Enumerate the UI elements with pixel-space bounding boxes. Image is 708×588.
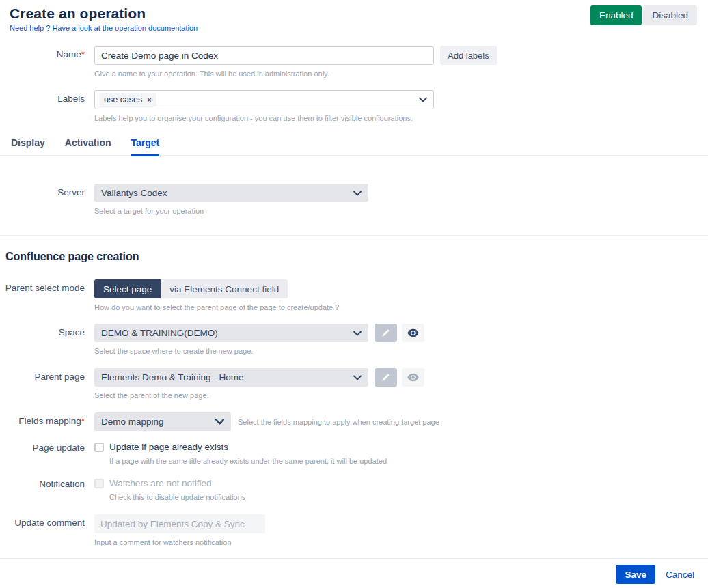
label-tag: use cases ×: [99, 93, 156, 107]
select-page-option[interactable]: Select page: [94, 279, 161, 298]
space-select[interactable]: DEMO & TRAINING(DEMO): [94, 324, 368, 342]
labels-row: Labels use cases × Labels help you to or…: [0, 90, 708, 122]
update-if-exists-checkbox-label[interactable]: Update if page already exists: [109, 442, 228, 452]
labels-multiselect[interactable]: use cases ×: [94, 90, 434, 109]
update-comment-row: Update comment Input a comment for watch…: [0, 514, 708, 546]
parent-page-helper-text: Select the parent of the new page.: [94, 391, 424, 400]
update-comment-label: Update comment: [0, 514, 94, 528]
labels-label: Labels: [0, 90, 94, 104]
edit-parent-page-button[interactable]: [375, 368, 397, 387]
space-select-value: DEMO & TRAINING(DEMO): [101, 328, 218, 338]
fields-mapping-helper-text: Select the fields mapping to apply when …: [238, 418, 439, 426]
server-label: Server: [0, 184, 94, 197]
name-helper-text: Give a name to your operation. This will…: [94, 70, 497, 78]
tab-activation[interactable]: Activation: [65, 137, 111, 156]
parent-select-mode-row: Parent select mode Select page via Eleme…: [0, 279, 708, 311]
server-helper-text: Select a target for your operation: [94, 207, 368, 215]
confluence-section-heading: Confluence page creation: [5, 251, 708, 263]
notification-row: Notification Watchers are not notified C…: [0, 478, 708, 501]
form-footer: Save Cancel: [0, 558, 708, 584]
chevron-down-icon: [215, 419, 224, 425]
watchers-not-notified-checkbox-label: Watchers are not notified: [109, 478, 212, 488]
labels-helper-text: Labels help you to organise your configu…: [94, 114, 434, 122]
server-select-value: Valiantys Codex: [101, 188, 167, 198]
space-helper-text: Select the space where to create the new…: [94, 347, 424, 355]
via-elements-connect-field-option[interactable]: via Elements Connect field: [161, 279, 288, 298]
name-label: Name*: [0, 46, 94, 59]
pencil-icon: [381, 372, 391, 382]
parent-select-mode-label: Parent select mode: [0, 279, 94, 293]
label-tag-text: use cases: [104, 95, 142, 104]
parent-page-label: Parent page: [0, 368, 94, 382]
enabled-button[interactable]: Enabled: [590, 5, 642, 25]
tab-target[interactable]: Target: [131, 137, 160, 156]
fields-mapping-row: Fields mapping* Demo mapping Select the …: [0, 412, 708, 431]
fields-mapping-select[interactable]: Demo mapping: [94, 412, 231, 431]
confluence-section: Parent select mode Select page via Eleme…: [0, 279, 708, 546]
parent-select-mode-segment: Select page via Elements Connect field: [94, 279, 339, 298]
target-tab-content: Server Valiantys Codex Select a target f…: [0, 184, 708, 215]
remove-tag-icon[interactable]: ×: [147, 96, 151, 104]
page-update-helper-text: If a page with the same title already ex…: [109, 457, 387, 465]
chevron-down-icon: [353, 331, 362, 336]
general-section: Name* Add labels Give a name to your ope…: [0, 46, 708, 122]
add-labels-button[interactable]: Add labels: [440, 46, 497, 65]
server-select[interactable]: Valiantys Codex: [94, 184, 368, 202]
tab-display[interactable]: Display: [11, 137, 45, 156]
cancel-link[interactable]: Cancel: [666, 570, 694, 580]
update-comment-helper-text: Input a comment for watchers notificatio…: [94, 538, 265, 546]
chevron-down-icon: [353, 191, 362, 196]
update-if-exists-checkbox[interactable]: [94, 443, 104, 452]
pencil-icon: [381, 328, 391, 338]
page-update-label: Page update: [0, 442, 94, 453]
disabled-button[interactable]: Disabled: [643, 5, 697, 25]
page-title: Create an operation: [10, 5, 198, 22]
chevron-down-icon: [419, 97, 427, 102]
view-parent-page-button[interactable]: [402, 368, 424, 387]
required-asterisk: *: [81, 416, 85, 426]
parent-page-select-value: Elements Demo & Training - Home: [101, 372, 244, 382]
eye-icon: [407, 328, 419, 337]
enabled-disabled-toggle: Enabled Disabled: [590, 5, 697, 25]
name-input[interactable]: [94, 46, 434, 65]
notification-label: Notification: [0, 478, 94, 489]
tab-bar: Display Activation Target: [0, 129, 708, 156]
view-space-button[interactable]: [402, 324, 424, 342]
save-button[interactable]: Save: [616, 565, 655, 584]
space-row: Space DEMO & TRAINING(DEMO) Select the s…: [0, 324, 708, 355]
parent-page-row: Parent page Elements Demo & Training - H…: [0, 368, 708, 400]
page-update-row: Page update Update if page already exist…: [0, 442, 708, 465]
notification-helper-text: Check this to disable update notificatio…: [109, 493, 245, 501]
edit-space-button[interactable]: [375, 324, 397, 342]
page-header: Create an operation Need help ? Have a l…: [0, 0, 708, 32]
operation-documentation-link[interactable]: Need help ? Have a look at the operation…: [10, 24, 198, 32]
parent-select-mode-helper-text: How do you want to select the parent pag…: [94, 303, 339, 311]
section-divider: [0, 235, 708, 236]
watchers-not-notified-checkbox: [94, 479, 104, 488]
server-row: Server Valiantys Codex Select a target f…: [0, 184, 708, 215]
fields-mapping-label: Fields mapping*: [0, 412, 94, 426]
fields-mapping-select-value: Demo mapping: [101, 417, 164, 427]
eye-icon: [407, 373, 419, 382]
parent-page-select[interactable]: Elements Demo & Training - Home: [94, 368, 368, 387]
required-asterisk: *: [81, 49, 85, 59]
space-label: Space: [0, 324, 94, 337]
update-comment-input: [94, 514, 265, 533]
chevron-down-icon: [353, 375, 362, 380]
header-left: Create an operation Need help ? Have a l…: [10, 5, 198, 32]
name-row: Name* Add labels Give a name to your ope…: [0, 46, 708, 88]
